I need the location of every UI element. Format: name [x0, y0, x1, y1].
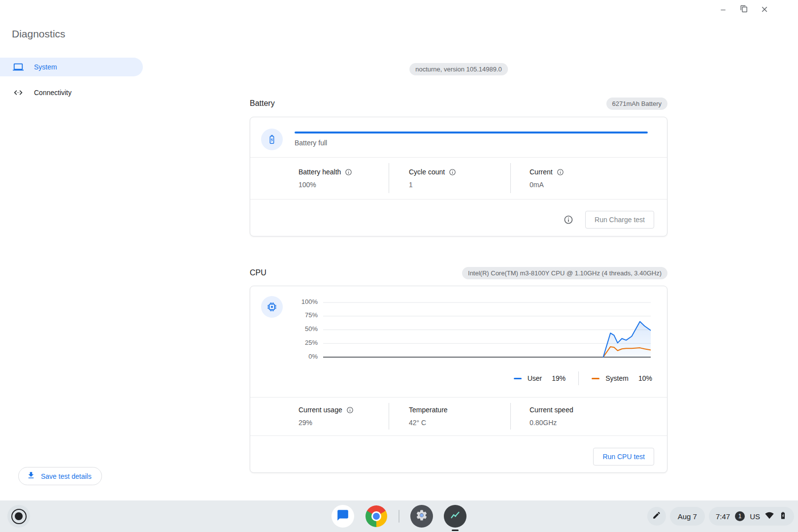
minimize-button[interactable]: [718, 5, 728, 15]
info-icon[interactable]: [557, 168, 564, 176]
status-tray[interactable]: 7:47 1 US: [709, 507, 794, 526]
cpu-temperature-stat: Temperature 42° C: [389, 397, 510, 435]
window-controls: [718, 5, 769, 15]
legend-value: 19%: [552, 374, 565, 382]
board-version-badge: nocturne, version 105.14989.0: [409, 63, 508, 75]
battery-section-title: Battery: [250, 99, 275, 108]
cpu-section-title: CPU: [250, 268, 266, 277]
y-axis-tick: 100%: [293, 298, 318, 305]
laptop-icon: [13, 62, 24, 72]
current-stat: Current 0mA: [511, 157, 667, 199]
y-axis-tick: 25%: [293, 339, 318, 346]
info-icon[interactable]: [564, 215, 573, 225]
stylus-tools-button[interactable]: [647, 507, 666, 526]
battery-charging-icon: [779, 511, 787, 522]
stat-label: Current: [530, 168, 553, 176]
cpu-speed-stat: Current speed 0.80GHz: [511, 397, 667, 435]
stat-label: Current usage: [299, 406, 342, 414]
minimize-icon: [719, 5, 727, 15]
cpu-section-header: CPU Intel(R) Core(TM) m3-8100Y CPU @ 1.1…: [250, 266, 667, 280]
legend-label: System: [605, 374, 629, 382]
legend-value: 10%: [638, 374, 652, 382]
diagnostics-chart-icon: [449, 509, 461, 523]
stat-label: Cycle count: [409, 168, 445, 176]
legend-user: User 19%: [514, 374, 566, 382]
battery-health-stat: Battery health 100%: [250, 157, 389, 199]
battery-card: Battery full Battery health 100% Cycle c…: [250, 117, 667, 236]
cpu-usage-stat: Current usage 29%: [250, 397, 389, 435]
sidebar-item-label: System: [34, 63, 57, 71]
divider: [250, 435, 667, 436]
calendar-date-button[interactable]: Aug 7: [670, 507, 705, 526]
sidebar-item-label: Connectivity: [34, 89, 71, 97]
cpu-spec-badge: Intel(R) Core(TM) m3-8100Y CPU @ 1.10GHz…: [462, 267, 667, 279]
sidebar: System Connectivity: [0, 58, 143, 102]
cpu-legend: User 19% System 10%: [514, 371, 652, 386]
y-axis-tick: 50%: [293, 325, 318, 332]
info-icon[interactable]: [345, 168, 352, 176]
shelf-status-area: Aug 7 7:47 1 US: [647, 500, 794, 532]
info-icon[interactable]: [346, 406, 354, 414]
y-axis-tick: 75%: [293, 311, 318, 319]
stat-value: 0.80GHz: [530, 419, 667, 427]
info-icon[interactable]: [449, 168, 456, 176]
battery-spec-badge: 6271mAh Battery: [606, 98, 667, 110]
app-settings[interactable]: [410, 505, 433, 528]
wifi-icon: [765, 511, 774, 522]
shelf-divider: [399, 510, 399, 523]
run-charge-test-button[interactable]: Run Charge test: [585, 211, 654, 229]
legend-system: System 10%: [592, 374, 652, 382]
shelf-time: 7:47: [716, 512, 730, 521]
connectivity-icon: [13, 87, 24, 98]
shelf-date: Aug 7: [678, 512, 697, 521]
run-cpu-test-button[interactable]: Run CPU test: [593, 448, 654, 466]
cpu-usage-chart-area: [323, 302, 651, 358]
stylus-icon: [652, 511, 661, 522]
restore-button[interactable]: [739, 5, 749, 15]
cpu-stats-row: Current usage 29% Temperature 42° C Curr…: [250, 397, 667, 435]
stat-value: 1: [409, 181, 510, 189]
restore-icon: [740, 5, 748, 15]
keyboard-locale: US: [750, 512, 760, 521]
system-series-swatch: [592, 378, 599, 379]
battery-section-header: Battery 6271mAh Battery: [250, 97, 667, 110]
battery-status-text: Battery full: [295, 139, 327, 147]
battery-stats-row: Battery health 100% Cycle count 1 Curren…: [250, 157, 667, 199]
gear-icon: [415, 509, 428, 524]
battery-level-bar: [295, 132, 648, 133]
cpu-card: 100% 75% 50% 25% 0% User 19%: [250, 286, 667, 473]
page-title: Diagnostics: [12, 28, 66, 40]
app-messages[interactable]: [332, 505, 354, 528]
battery-icon: [261, 129, 283, 150]
close-button[interactable]: [760, 5, 769, 15]
cpu-chip-icon: [261, 296, 283, 318]
save-test-details-label: Save test details: [41, 472, 92, 480]
legend-label: User: [528, 374, 542, 382]
sidebar-item-connectivity[interactable]: Connectivity: [0, 83, 143, 102]
stat-value: 0mA: [530, 181, 667, 189]
close-icon: [760, 5, 769, 15]
chrome-icon: [366, 505, 387, 527]
stat-label: Temperature: [409, 406, 448, 414]
stat-value: 29%: [299, 419, 389, 427]
messages-icon: [336, 509, 349, 524]
main-content: nocturne, version 105.14989.0 Battery 62…: [250, 0, 667, 500]
save-test-details-button[interactable]: Save test details: [18, 467, 102, 485]
stat-label: Current speed: [530, 406, 573, 414]
sidebar-item-system[interactable]: System: [0, 58, 143, 76]
y-axis-tick: 0%: [293, 353, 318, 360]
user-series-swatch: [514, 378, 522, 379]
notification-counter: 1: [735, 511, 745, 521]
divider: [250, 199, 667, 200]
stat-value: 42° C: [409, 419, 510, 427]
stat-value: 100%: [299, 181, 389, 189]
cycle-count-stat: Cycle count 1: [389, 157, 510, 199]
divider: [578, 371, 579, 385]
shelf: Aug 7 7:47 1 US: [0, 500, 798, 532]
stat-label: Battery health: [299, 168, 341, 176]
app-diagnostics[interactable]: [444, 505, 466, 528]
download-icon: [27, 471, 35, 481]
cpu-usage-chart: [323, 302, 651, 358]
app-chrome[interactable]: [365, 505, 388, 528]
